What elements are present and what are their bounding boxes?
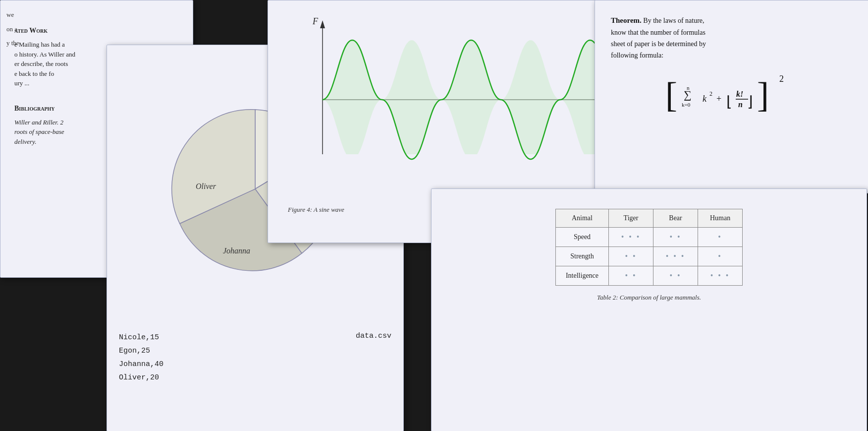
table-cell-intelligence-human: • • • xyxy=(698,266,743,286)
sine-fill-upper xyxy=(323,40,610,100)
table-caption: Table 2: Comparison of large mammals. xyxy=(456,294,842,302)
csv-area: Nicole,15 Egon,25 Johanna,40 Oliver,20 d… xyxy=(107,323,403,392)
table-cell-speed-label: Speed xyxy=(555,228,608,247)
formula-block: [ n ∑ k=0 k 2 + ⌊ k! n ⌋ ] xyxy=(611,71,853,121)
table-row-speed: Speed • • • • • • xyxy=(555,228,742,247)
csv-filename: data.csv xyxy=(356,332,391,340)
theorem-content: Theorem. By the laws of nature, know tha… xyxy=(595,0,868,134)
sidebar-text-line2: on a xyxy=(6,22,19,37)
table-header-bear: Bear xyxy=(653,209,698,228)
table-header-human: Human xyxy=(698,209,743,228)
csv-line-1: Nicole,15 xyxy=(119,331,163,344)
sine-wave-svg: F t xyxy=(283,10,620,199)
table-cell-strength-label: Strength xyxy=(555,247,608,266)
svg-text:k: k xyxy=(703,94,707,104)
table-content: Animal Tiger Bear Human Speed • • • • • … xyxy=(432,189,867,321)
sine-fill-lower xyxy=(323,100,610,159)
table-cell-strength-tiger: • • xyxy=(609,247,653,266)
table-cell-intelligence-bear: • • xyxy=(653,266,698,286)
svg-text:⌋: ⌋ xyxy=(747,93,753,110)
sidebar-text-line3: y the xyxy=(6,36,19,51)
table-header-row: Animal Tiger Bear Human xyxy=(555,209,742,228)
svg-text:⌊: ⌊ xyxy=(726,93,732,110)
csv-line-4: Oliver,20 xyxy=(119,371,163,384)
svg-text:2: 2 xyxy=(779,74,784,84)
mammal-table: Animal Tiger Bear Human Speed • • • • • … xyxy=(555,209,743,286)
table-cell-speed-human: • xyxy=(698,228,743,247)
table-row-strength: Strength • • • • • • xyxy=(555,247,742,266)
formula-svg: [ n ∑ k=0 k 2 + ⌊ k! n ⌋ ] xyxy=(663,71,802,121)
pie-label-johanna: Johanna xyxy=(223,246,250,255)
table-cell-speed-tiger: • • • xyxy=(609,228,653,247)
table-cell-strength-bear: • • • xyxy=(653,247,698,266)
table-header-animal: Animal xyxy=(555,209,608,228)
svg-marker-1 xyxy=(320,20,325,28)
svg-text:n: n xyxy=(738,100,743,109)
table-cell-intelligence-tiger: • • xyxy=(609,266,653,286)
svg-text:k!: k! xyxy=(736,90,743,98)
svg-text:∑: ∑ xyxy=(684,88,692,101)
csv-line-3: Johanna,40 xyxy=(119,358,163,371)
svg-text:k=0: k=0 xyxy=(682,102,691,108)
pie-label-oliver: Oliver xyxy=(196,182,217,190)
theorem-text: Theorem. By the laws of nature, know tha… xyxy=(611,14,853,61)
csv-line-2: Egon,25 xyxy=(119,344,163,358)
axis-f-label: F xyxy=(312,16,319,26)
table-row-intelligence: Intelligence • • • • • • • xyxy=(555,266,742,286)
table-cell-speed-bear: • • xyxy=(653,228,698,247)
sidebar-text-line1: we xyxy=(6,8,19,22)
theorem-title: Theorem. xyxy=(611,16,642,24)
theorem-card: Theorem. By the laws of nature, know tha… xyxy=(595,0,868,193)
table-card: Animal Tiger Bear Human Speed • • • • • … xyxy=(431,188,867,431)
svg-text:+: + xyxy=(716,94,721,104)
csv-data: Nicole,15 Egon,25 Johanna,40 Oliver,20 xyxy=(119,331,163,384)
table-cell-strength-human: • xyxy=(698,247,743,266)
svg-text:[: [ xyxy=(665,75,677,115)
svg-text:2: 2 xyxy=(709,90,712,97)
related-work-title: ated Work xyxy=(14,25,184,36)
svg-text:]: ] xyxy=(757,75,769,115)
table-cell-intelligence-label: Intelligence xyxy=(555,266,608,286)
table-header-tiger: Tiger xyxy=(609,209,653,228)
